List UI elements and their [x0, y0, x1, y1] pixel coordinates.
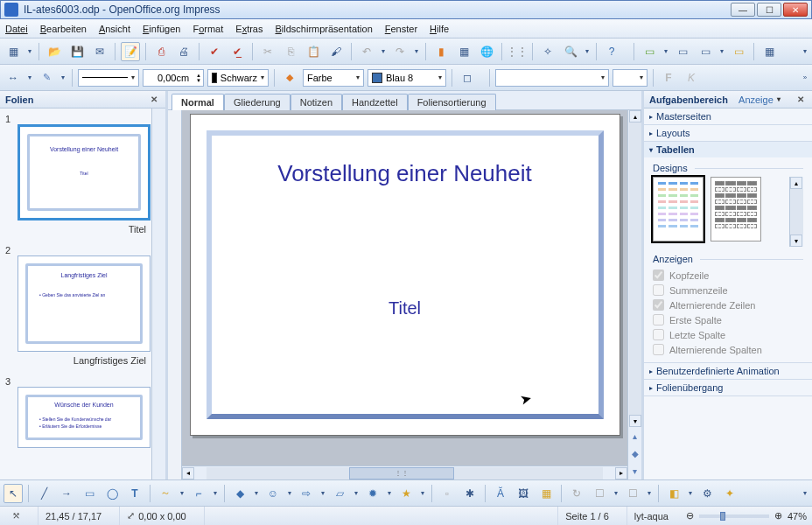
- ellipse-tool[interactable]: ◯: [102, 484, 122, 503]
- animation-tool[interactable]: ✦: [720, 484, 739, 503]
- check-kopfzeile[interactable]: Kopfzeile: [653, 268, 803, 283]
- section-tabellen[interactable]: ▾Tabellen: [644, 142, 812, 158]
- horizontal-scrollbar[interactable]: ◂ ⋮⋮ ▸: [182, 466, 627, 480]
- style-name-combo[interactable]: ▾: [495, 69, 609, 87]
- flowchart-tool[interactable]: ▱: [330, 484, 349, 503]
- table-design-1[interactable]: [653, 177, 704, 242]
- prev-slide-button[interactable]: ▴: [633, 431, 637, 441]
- interaction-tool[interactable]: ⚙: [697, 484, 717, 503]
- select-tool[interactable]: ↖: [4, 484, 23, 503]
- check-letzte-spalte[interactable]: Letzte Spalte: [653, 327, 803, 342]
- points-tool[interactable]: ▫: [438, 484, 457, 503]
- menu-extras[interactable]: Extras: [235, 24, 262, 34]
- connector-dropdown[interactable]: ▾: [212, 489, 219, 497]
- autospell-button[interactable]: ✔̲: [228, 42, 247, 61]
- tab-normal[interactable]: Normal: [172, 94, 224, 110]
- tasks-view-dropdown[interactable]: ▾: [777, 95, 780, 103]
- curve-dropdown[interactable]: ▾: [178, 489, 186, 497]
- designs-scroll-up[interactable]: ▴: [790, 177, 802, 189]
- arrow-style-dropdown[interactable]: ▾: [26, 74, 33, 81]
- block-arrows-tool[interactable]: ⇨: [297, 484, 316, 503]
- block-arrows-dropdown[interactable]: ▾: [319, 489, 326, 497]
- stars-dropdown[interactable]: ▾: [419, 489, 426, 497]
- redo-button[interactable]: ↷: [390, 42, 410, 61]
- section-masterseiten[interactable]: ▸Masterseiten: [644, 108, 812, 124]
- zoom-out-button[interactable]: ⊖: [686, 510, 694, 522]
- status-page[interactable]: Seite 1 / 6: [557, 507, 616, 525]
- gallery-tool[interactable]: ▦: [536, 484, 556, 503]
- pdf-export-button[interactable]: ⎙: [151, 42, 171, 61]
- line-color-combo[interactable]: Schwarz▾: [207, 69, 269, 87]
- check-alternierende-zeilen[interactable]: Alternierende Zeilen: [653, 298, 803, 312]
- edit-doc-button[interactable]: 📝: [121, 42, 140, 61]
- menu-datei[interactable]: Datei: [5, 24, 28, 34]
- glue-tool[interactable]: ✱: [460, 484, 480, 503]
- arrange-dropdown[interactable]: ▾: [646, 489, 653, 497]
- line-tool[interactable]: ╱: [34, 484, 53, 503]
- line-color-button[interactable]: ✎: [37, 68, 56, 88]
- section-layouts[interactable]: ▸Layouts: [644, 125, 812, 141]
- tab-notizen[interactable]: Notizen: [290, 94, 342, 110]
- slide-thumb-1[interactable]: 1 Vorstellung einer Neuheit Titel Titel: [5, 114, 146, 234]
- status-layout[interactable]: lyt-aqua: [626, 507, 676, 525]
- align-tool[interactable]: ☐: [590, 484, 609, 503]
- slide-thumb-2[interactable]: 2 Langfristiges Ziel • Geben Sie das anv…: [5, 245, 146, 366]
- grid-button[interactable]: ⋮⋮: [508, 42, 527, 61]
- 3d-dropdown[interactable]: ▾: [687, 489, 694, 497]
- callout-dropdown[interactable]: ▾: [386, 489, 393, 497]
- connector-tool[interactable]: ⌐: [189, 484, 208, 503]
- menu-format[interactable]: Format: [192, 24, 223, 34]
- slide-layout-dropdown[interactable]: ▾: [718, 47, 725, 55]
- tab-handzettel[interactable]: Handzettel: [342, 94, 408, 110]
- slide-subtitle-text[interactable]: Titel: [191, 298, 620, 318]
- chart-button[interactable]: ▮: [431, 42, 451, 61]
- toolbar-overflow[interactable]: ▾: [802, 47, 808, 55]
- table-button[interactable]: ▦: [454, 42, 473, 61]
- tasks-panel-close[interactable]: ✕: [794, 94, 807, 106]
- next-slide-button[interactable]: ▾: [633, 466, 637, 476]
- arrow-tool[interactable]: →: [57, 484, 76, 503]
- format-paintbrush-button[interactable]: 🖌: [326, 42, 346, 61]
- slide-title-text[interactable]: Vorstellung einer Neuheit: [191, 160, 620, 187]
- vertical-scrollbar[interactable]: ▴ ▾ ▴ ◆ ▾: [627, 110, 641, 480]
- slide-canvas[interactable]: Vorstellung einer Neuheit Titel ➤: [182, 110, 627, 466]
- drawing-toolbar-overflow[interactable]: ▾: [802, 489, 808, 497]
- email-button[interactable]: ✉: [90, 42, 109, 61]
- designs-scroll-down[interactable]: ▾: [790, 234, 802, 247]
- undo-button[interactable]: ↶: [357, 42, 376, 61]
- designs-scrollbar[interactable]: ▴ ▾: [789, 177, 803, 247]
- zoom-button[interactable]: 🔍: [561, 42, 580, 61]
- line-style-combo[interactable]: ▾: [78, 69, 139, 87]
- fill-button[interactable]: ◆: [280, 68, 299, 88]
- print-button[interactable]: 🖨: [174, 42, 193, 61]
- tasks-view-menu[interactable]: Anzeige: [738, 94, 774, 105]
- hyperlink-button[interactable]: 🌐: [477, 42, 496, 61]
- tab-foliensortierung[interactable]: Foliensortierung: [408, 94, 496, 110]
- from-file-tool[interactable]: 🖼: [514, 484, 533, 503]
- menu-bearbeiten[interactable]: Bearbeiten: [40, 24, 87, 34]
- line-color-dropdown[interactable]: ▾: [60, 74, 66, 81]
- section-folienuebergang[interactable]: ▸Folienübergang: [644, 380, 812, 396]
- scroll-left-button[interactable]: ◂: [182, 467, 194, 480]
- slideshow-button[interactable]: ▦: [760, 42, 779, 61]
- spellcheck-button[interactable]: ✔: [205, 42, 224, 61]
- align-dropdown[interactable]: ▾: [612, 489, 620, 497]
- menu-einfuegen[interactable]: Einfügen: [143, 24, 180, 34]
- nav-slide-button[interactable]: ◆: [632, 449, 639, 458]
- scroll-right-button[interactable]: ▸: [615, 467, 627, 480]
- symbol-shapes-dropdown[interactable]: ▾: [286, 489, 293, 497]
- slide-design-button[interactable]: ▭: [673, 42, 692, 61]
- 3d-tool[interactable]: ◧: [664, 484, 683, 503]
- font-size-combo[interactable]: ▾: [612, 69, 648, 87]
- rect-tool[interactable]: ▭: [80, 484, 99, 503]
- maximize-button[interactable]: ☐: [757, 3, 781, 17]
- open-button[interactable]: 📂: [45, 42, 64, 61]
- format-toolbar-overflow[interactable]: »: [802, 74, 808, 81]
- shadow-button[interactable]: ◻: [458, 68, 477, 88]
- arrange-tool[interactable]: ☐: [623, 484, 642, 503]
- flowchart-dropdown[interactable]: ▾: [353, 489, 360, 497]
- minimize-button[interactable]: —: [731, 3, 755, 17]
- menu-ansicht[interactable]: Ansicht: [99, 24, 130, 34]
- fill-mode-combo[interactable]: Farbe▾: [303, 69, 364, 87]
- menu-hilfe[interactable]: Hilfe: [430, 24, 449, 34]
